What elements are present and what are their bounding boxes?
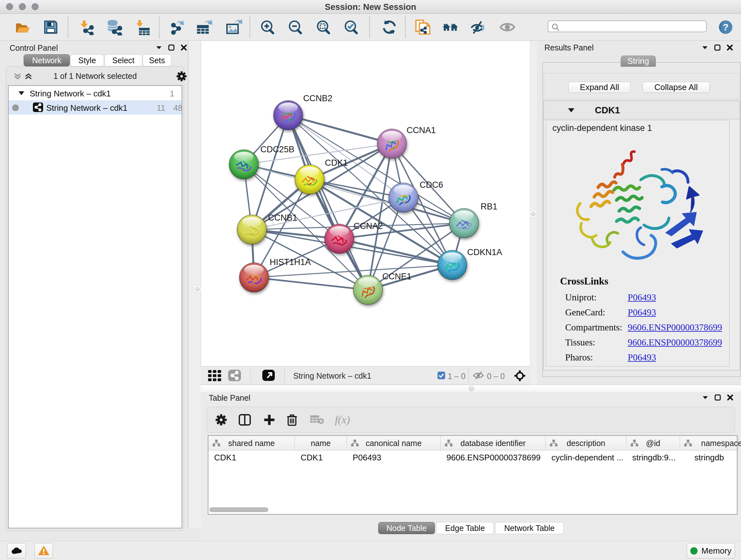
table-cell[interactable]: P06493 <box>353 453 439 462</box>
collapse-all-button[interactable]: Collapse All <box>643 82 710 93</box>
import-network-database-button[interactable] <box>106 19 122 36</box>
node-CCNE1[interactable] <box>353 275 383 305</box>
crosshair-icon[interactable] <box>514 370 526 381</box>
network-view-title: String Network – cdk1 <box>293 371 372 381</box>
import-table-file-button[interactable] <box>134 19 151 36</box>
table-cell[interactable]: CDK1 <box>300 453 345 462</box>
memory-button[interactable]: Memory <box>687 543 735 558</box>
tab-network-table[interactable]: Network Table <box>495 522 564 534</box>
gene-section-header[interactable]: CDK1 <box>544 101 740 119</box>
zoom-selected-button[interactable] <box>343 19 360 36</box>
table-options-gear-icon[interactable] <box>215 414 227 426</box>
right-split-knob[interactable] <box>530 210 536 217</box>
network-collection-row[interactable]: String Network – cdk1 1 <box>9 86 182 100</box>
node-RB1[interactable] <box>449 208 479 238</box>
left-split-knob[interactable] <box>194 286 201 293</box>
crosslink-link[interactable]: P06493 <box>628 307 656 318</box>
create-column-icon[interactable] <box>263 414 275 426</box>
table-horizontal-scrollbar[interactable] <box>209 507 268 512</box>
panel-menu-icon[interactable] <box>702 394 709 401</box>
zoom-in-icon <box>260 19 276 35</box>
tab-node-table[interactable]: Node Table <box>378 522 435 534</box>
node-CDK1[interactable] <box>295 165 324 194</box>
expand-all-button[interactable]: Expand All <box>568 82 630 93</box>
column-header--id[interactable]: @id <box>626 436 680 450</box>
zoom-in-button[interactable] <box>259 19 276 36</box>
hide-selected-button[interactable] <box>470 19 487 36</box>
show-columns-icon[interactable] <box>239 414 251 426</box>
crosslink-link[interactable]: 9606.ENSP00000378699 <box>628 322 722 333</box>
network-options-gear-icon[interactable] <box>176 71 187 82</box>
import-network-file-button[interactable] <box>78 19 94 36</box>
home-layout-button[interactable] <box>442 19 459 36</box>
node-CCNA1[interactable] <box>377 129 407 159</box>
selected-checkbox-icon[interactable] <box>437 372 445 379</box>
crosslink-link[interactable]: 9606.ENSP00000378699 <box>628 337 722 348</box>
panel-menu-icon[interactable] <box>701 44 709 51</box>
table-cell[interactable]: stringdb:9... <box>632 453 678 462</box>
column-header-description[interactable]: description <box>546 436 626 450</box>
node-CDKN1A[interactable] <box>437 250 467 280</box>
node-CDC6[interactable] <box>389 183 418 212</box>
results-tab-string[interactable]: String <box>621 56 656 67</box>
column-header-canonical-name[interactable]: canonical name <box>347 436 441 450</box>
tab-select[interactable]: Select <box>105 54 142 66</box>
panel-menu-icon[interactable] <box>155 44 162 51</box>
share-view-icon[interactable] <box>228 370 241 381</box>
export-network-button[interactable] <box>169 19 186 36</box>
section-expander-icon[interactable] <box>567 108 575 113</box>
column-header-shared-name[interactable]: shared name <box>208 436 295 450</box>
horizontal-split-knob[interactable] <box>468 386 475 392</box>
node-CCNA2[interactable] <box>325 224 354 253</box>
zoom-out-button[interactable] <box>287 19 304 36</box>
tab-style[interactable]: Style <box>70 54 104 66</box>
network-canvas[interactable]: CCNB2CCNA1CDC25BCDK1CDC6RB1CCNB1CCNA2CDK… <box>201 41 530 366</box>
tree-expander-icon[interactable] <box>18 91 25 96</box>
export-table-button[interactable] <box>196 19 212 36</box>
open-in-window-icon[interactable] <box>262 370 275 381</box>
tab-sets[interactable]: Sets <box>143 54 172 66</box>
edge-HIST1H1A-CCNE1[interactable] <box>254 277 368 290</box>
show-all-button[interactable] <box>499 19 516 36</box>
table-cell[interactable]: 9606.ENSP00000378699 <box>447 453 544 462</box>
column-header-name[interactable]: name <box>295 436 347 450</box>
tab-network[interactable]: Network <box>23 54 70 66</box>
crosslink-link[interactable]: P06493 <box>628 352 656 363</box>
node-HIST1H1A[interactable] <box>239 263 269 292</box>
node-CDC25B[interactable] <box>229 150 259 179</box>
left-split-divider[interactable] <box>188 41 201 528</box>
panel-close-icon[interactable] <box>727 394 734 401</box>
open-session-button[interactable] <box>14 19 30 36</box>
node-CCNB2[interactable] <box>273 101 303 130</box>
function-builder-icon[interactable]: f(x) <box>335 414 350 426</box>
search-input[interactable] <box>562 22 702 31</box>
save-session-button[interactable] <box>43 19 59 36</box>
node-CCNB1[interactable] <box>237 215 266 244</box>
column-header-namespace[interactable]: namespace <box>680 436 739 450</box>
cloud-status-button[interactable] <box>7 543 26 558</box>
network-row-selected[interactable]: String Network – cdk1 11 48 <box>9 100 182 115</box>
delete-column-icon[interactable] <box>286 414 297 426</box>
table-panel-header-icons <box>702 394 734 401</box>
clone-network-button[interactable] <box>414 19 431 36</box>
crosslink-link[interactable]: P06493 <box>628 292 656 303</box>
tab-edge-table[interactable]: Edge Table <box>436 522 494 534</box>
export-image-button[interactable] <box>226 19 242 36</box>
panel-float-icon[interactable] <box>168 44 175 51</box>
table-cell[interactable]: cyclin-dependent ... <box>551 453 624 462</box>
table-cell[interactable]: CDK1 <box>214 453 293 462</box>
table-cell[interactable]: stringdb <box>694 453 741 462</box>
panel-float-icon[interactable] <box>714 44 721 51</box>
delete-table-icon[interactable] <box>310 415 324 425</box>
panel-close-icon[interactable] <box>180 44 187 51</box>
refresh-button[interactable] <box>381 19 398 36</box>
panel-float-icon[interactable] <box>714 394 721 401</box>
help-button[interactable]: ? <box>718 19 734 36</box>
right-split-divider[interactable] <box>530 41 537 385</box>
column-header-database-identifier[interactable]: database identifier <box>441 436 546 450</box>
birds-eye-view-icon[interactable] <box>208 370 222 381</box>
warnings-button[interactable] <box>35 543 53 558</box>
zoom-fit-button[interactable] <box>315 19 332 36</box>
panel-close-icon[interactable] <box>726 44 733 51</box>
horizontal-split-divider[interactable] <box>201 385 741 392</box>
